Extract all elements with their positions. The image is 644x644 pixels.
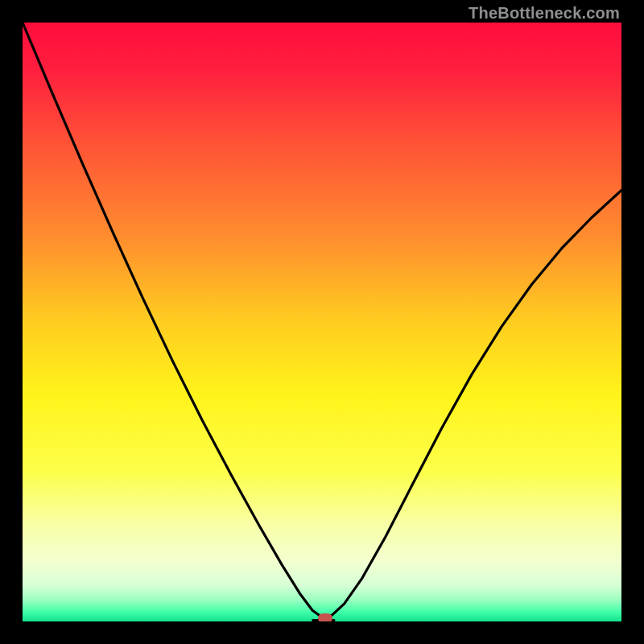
chart-frame: TheBottleneck.com (0, 0, 644, 644)
plot-area (23, 23, 621, 621)
curve-layer (23, 23, 621, 621)
bottleneck-curve (23, 23, 621, 621)
optimal-marker (318, 613, 332, 621)
watermark-text: TheBottleneck.com (469, 4, 620, 23)
